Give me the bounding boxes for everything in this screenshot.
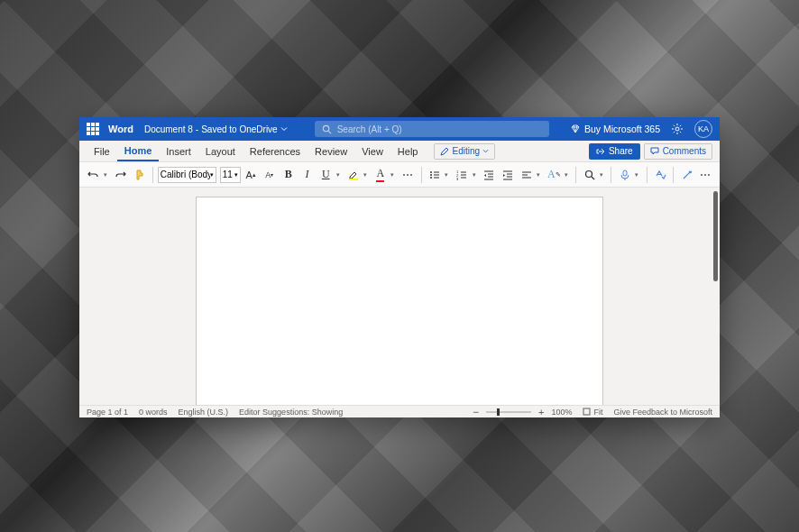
svg-point-27 bbox=[585, 170, 592, 177]
editing-mode-button[interactable]: Editing bbox=[434, 143, 495, 160]
search-placeholder: Search (Alt + Q) bbox=[337, 124, 402, 134]
svg-rect-3 bbox=[349, 179, 358, 180]
titlebar: Word Document 8 - Saved to OneDrive Sear… bbox=[79, 117, 720, 141]
bullets-dropdown[interactable]: ▾ bbox=[445, 171, 452, 179]
tab-layout[interactable]: Layout bbox=[198, 141, 243, 161]
scrollbar-thumb[interactable] bbox=[713, 191, 718, 281]
zoom-in-button[interactable]: + bbox=[538, 407, 544, 417]
toolbar-separator bbox=[152, 167, 153, 183]
user-avatar[interactable]: KA bbox=[694, 120, 712, 138]
svg-point-0 bbox=[323, 125, 328, 131]
word-count[interactable]: 0 words bbox=[139, 408, 168, 417]
redo-icon bbox=[115, 169, 127, 181]
align-button[interactable] bbox=[519, 166, 536, 184]
more-commands-button[interactable]: ⋯ bbox=[697, 166, 714, 184]
shrink-font-button[interactable]: A▾ bbox=[261, 166, 278, 184]
more-font-button[interactable]: ⋯ bbox=[400, 166, 417, 184]
zoom-control: − + 100% bbox=[473, 406, 572, 418]
styles-dropdown[interactable]: ▾ bbox=[565, 171, 572, 179]
tab-help[interactable]: Help bbox=[390, 141, 426, 161]
toolbar-separator bbox=[575, 167, 576, 183]
search-icon bbox=[322, 124, 332, 134]
doc-name: Document 8 bbox=[144, 124, 193, 134]
editor-button[interactable] bbox=[652, 166, 669, 184]
italic-button[interactable]: I bbox=[298, 166, 316, 184]
decrease-indent-button[interactable] bbox=[481, 166, 498, 184]
statusbar: Page 1 of 1 0 words English (U.S.) Edito… bbox=[79, 405, 720, 417]
underline-dropdown[interactable]: ▾ bbox=[336, 171, 344, 179]
dictate-button[interactable] bbox=[616, 166, 633, 184]
document-page[interactable] bbox=[196, 197, 603, 405]
share-icon bbox=[596, 147, 605, 156]
comments-button[interactable]: Comments bbox=[644, 143, 712, 160]
svg-text:3: 3 bbox=[456, 177, 459, 181]
app-launcher-icon[interactable] bbox=[87, 123, 99, 135]
svg-point-4 bbox=[430, 171, 432, 173]
zoom-level[interactable]: 100% bbox=[551, 408, 572, 417]
language-status[interactable]: English (U.S.) bbox=[179, 408, 229, 417]
bullets-button[interactable] bbox=[426, 166, 443, 184]
svg-line-1 bbox=[328, 131, 331, 133]
title-separator: - bbox=[196, 124, 198, 134]
zoom-slider[interactable] bbox=[486, 411, 531, 413]
highlight-button[interactable] bbox=[344, 166, 362, 184]
page-info[interactable]: Page 1 of 1 bbox=[87, 408, 128, 417]
comment-icon bbox=[650, 147, 659, 156]
tab-view[interactable]: View bbox=[354, 141, 390, 161]
buy-microsoft-link[interactable]: Buy Microsoft 365 bbox=[570, 124, 660, 134]
underline-button[interactable]: U bbox=[317, 166, 335, 184]
wand-icon bbox=[681, 169, 693, 181]
tab-insert[interactable]: Insert bbox=[159, 141, 198, 161]
font-color-button[interactable]: A bbox=[372, 166, 389, 184]
toolbar-separator bbox=[647, 167, 647, 183]
numbering-button[interactable]: 123 bbox=[454, 166, 471, 184]
align-dropdown[interactable]: ▾ bbox=[537, 171, 544, 179]
find-dropdown[interactable]: ▾ bbox=[600, 171, 607, 179]
word-window: Word Document 8 - Saved to OneDrive Sear… bbox=[79, 117, 720, 417]
search-input[interactable]: Search (Alt + Q) bbox=[315, 121, 549, 137]
editor-status[interactable]: Editor Suggestions: Showing bbox=[239, 408, 343, 417]
bold-button[interactable]: B bbox=[280, 166, 297, 184]
styles-button[interactable]: A✎ bbox=[546, 166, 563, 184]
svg-line-28 bbox=[592, 177, 594, 179]
increase-indent-button[interactable] bbox=[500, 166, 517, 184]
find-button[interactable] bbox=[581, 166, 598, 184]
vertical-scrollbar[interactable] bbox=[711, 188, 720, 405]
bullets-icon bbox=[428, 169, 441, 181]
diamond-icon bbox=[570, 124, 581, 134]
numbering-dropdown[interactable]: ▾ bbox=[473, 171, 480, 179]
grow-font-button[interactable]: A▴ bbox=[243, 166, 260, 184]
svg-point-5 bbox=[430, 174, 432, 176]
undo-button[interactable] bbox=[85, 166, 102, 184]
tab-review[interactable]: Review bbox=[308, 141, 354, 161]
undo-dropdown[interactable]: ▾ bbox=[104, 171, 111, 179]
highlight-icon bbox=[347, 169, 360, 181]
redo-button[interactable] bbox=[112, 166, 129, 184]
app-name: Word bbox=[108, 124, 133, 134]
feedback-link[interactable]: Give Feedback to Microsoft bbox=[613, 408, 712, 417]
tab-home[interactable]: Home bbox=[117, 141, 160, 161]
settings-icon[interactable] bbox=[671, 123, 684, 135]
share-button[interactable]: Share bbox=[589, 143, 640, 160]
pen-icon bbox=[440, 147, 449, 156]
svg-point-2 bbox=[675, 127, 679, 131]
font-color-dropdown[interactable]: ▾ bbox=[390, 171, 398, 179]
svg-point-6 bbox=[430, 177, 432, 179]
tab-references[interactable]: References bbox=[243, 141, 308, 161]
microphone-icon bbox=[619, 169, 631, 181]
format-painter-button[interactable] bbox=[131, 166, 148, 184]
undo-icon bbox=[87, 169, 99, 181]
toolbar-separator bbox=[611, 167, 611, 183]
chevron-down-icon bbox=[482, 148, 489, 154]
zoom-out-button[interactable]: − bbox=[473, 406, 479, 418]
fit-button[interactable]: Fit bbox=[583, 408, 602, 417]
designer-button[interactable] bbox=[678, 166, 695, 184]
dictate-dropdown[interactable]: ▾ bbox=[635, 171, 642, 179]
numbering-icon: 123 bbox=[455, 169, 468, 181]
save-status: Saved to OneDrive bbox=[201, 124, 278, 134]
tab-file[interactable]: File bbox=[87, 141, 117, 161]
highlight-dropdown[interactable]: ▾ bbox=[363, 171, 371, 179]
document-title[interactable]: Document 8 - Saved to OneDrive bbox=[144, 124, 288, 134]
font-size-select[interactable]: 11▾ bbox=[220, 167, 241, 183]
font-name-select[interactable]: Calibri (Body)▾ bbox=[158, 167, 216, 183]
